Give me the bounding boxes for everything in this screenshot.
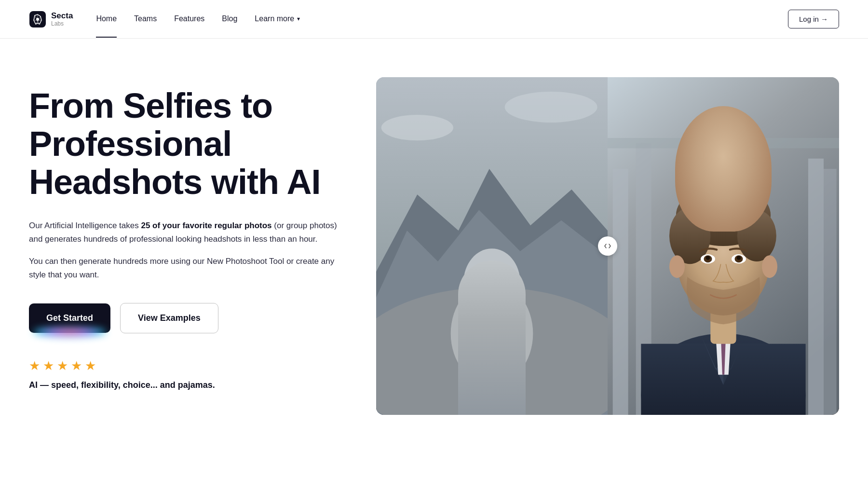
svg-point-26: [737, 210, 776, 261]
svg-point-32: [737, 256, 741, 260]
svg-point-6: [451, 282, 533, 385]
get-started-button[interactable]: Get Started: [29, 303, 110, 333]
logo-link[interactable]: Secta Labs: [29, 11, 73, 28]
landscape-svg: [376, 77, 608, 415]
svg-rect-14: [824, 169, 837, 415]
star-2: ★: [43, 358, 54, 373]
login-button[interactable]: Log in →: [788, 10, 839, 28]
hero-description2: You can then generate hundreds more usin…: [29, 255, 338, 282]
svg-rect-11: [613, 169, 628, 415]
svg-point-29: [706, 256, 710, 260]
after-image: [608, 77, 839, 415]
svg-point-5: [376, 287, 608, 415]
svg-point-7: [463, 248, 520, 315]
logo-text-block: Secta Labs: [51, 12, 73, 27]
star-5: ★: [85, 358, 96, 373]
secta-logo-icon: [29, 11, 46, 28]
comparison-image: [376, 77, 839, 415]
testimonial-text: AI — speed, flexibility, choice... and p…: [29, 380, 338, 390]
star-1: ★: [29, 358, 40, 373]
image-slider-handle[interactable]: [598, 236, 617, 256]
svg-rect-15: [608, 138, 839, 148]
star-4: ★: [71, 358, 82, 373]
nav-features[interactable]: Features: [174, 1, 204, 38]
nav-links: Home Teams Features Blog Learn more ▾: [96, 1, 300, 38]
svg-point-8: [381, 115, 453, 140]
logo-sub: Labs: [51, 21, 73, 27]
nav-blog[interactable]: Blog: [222, 1, 237, 38]
nav-left: Secta Labs Home Teams Features Blog Lear…: [29, 1, 300, 38]
star-rating: ★ ★ ★ ★ ★: [29, 358, 338, 373]
svg-point-1: [36, 18, 39, 21]
nav-home[interactable]: Home: [96, 1, 117, 38]
nav-learn-more[interactable]: Learn more ▾: [255, 1, 300, 38]
svg-point-9: [505, 92, 597, 123]
hero-title: From Selfies to Professional Headshots w…: [29, 87, 338, 202]
hero-left: From Selfies to Professional Headshots w…: [29, 77, 338, 390]
before-image: [376, 77, 608, 415]
hero-section: From Selfies to Professional Headshots w…: [0, 39, 868, 480]
hero-right: [376, 77, 839, 415]
hero-description: Our Artificial Intelligence takes 25 of …: [29, 219, 338, 246]
headshot-svg: [608, 77, 839, 415]
hero-buttons: Get Started View Examples: [29, 303, 338, 333]
view-examples-button[interactable]: View Examples: [120, 303, 218, 333]
nav-teams[interactable]: Teams: [134, 1, 157, 38]
navbar: Secta Labs Home Teams Features Blog Lear…: [0, 0, 868, 39]
svg-point-34: [762, 255, 777, 278]
chevron-down-icon: ▾: [297, 15, 300, 22]
logo-name: Secta: [51, 12, 73, 21]
svg-point-33: [669, 255, 685, 278]
star-3: ★: [57, 358, 68, 373]
svg-rect-13: [808, 159, 824, 415]
